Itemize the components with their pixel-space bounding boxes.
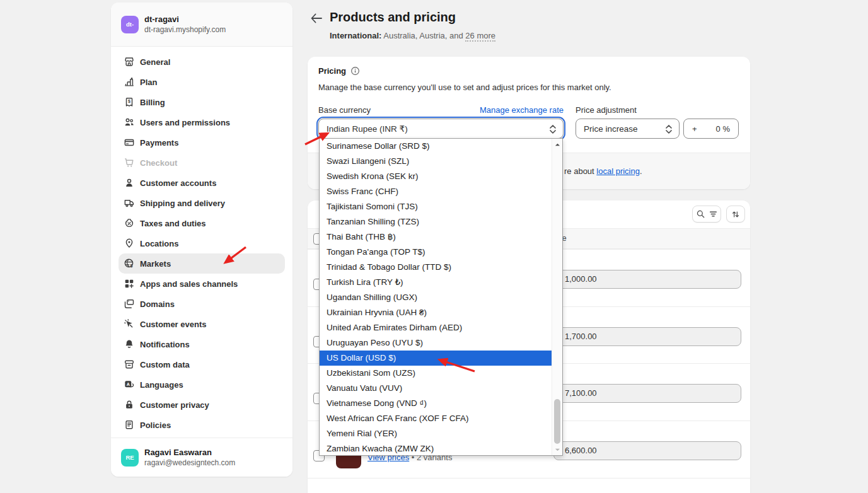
user-footer[interactable]: RE Ragavi Easwaran ragavi@wedesigntech.c… (111, 438, 292, 477)
sidebar-item-label: Domains (140, 299, 175, 309)
filter-icon (709, 210, 717, 218)
price-adjustment-label: Price adjustment (576, 105, 637, 115)
domains-icon (124, 298, 135, 310)
sidebar-item-notifications[interactable]: Notifications (119, 334, 285, 354)
sidebar-item-label: Taxes and duties (140, 219, 206, 228)
currency-option[interactable]: Swedish Krona (SEK kr) (320, 169, 552, 184)
back-button[interactable] (310, 13, 323, 23)
sidebar-item-languages[interactable]: ALanguages (119, 374, 285, 395)
currency-option[interactable]: West African CFA Franc (XOF F CFA) (320, 411, 552, 426)
currency-option[interactable]: Tanzanian Shilling (TZS) (320, 214, 552, 229)
svg-text:A: A (127, 381, 130, 387)
sort-button[interactable] (726, 206, 745, 223)
search-filter-button[interactable] (692, 206, 721, 223)
currency-option[interactable]: Turkish Lira (TRY ₺) (320, 275, 552, 290)
sidebar-item-custom-data[interactable]: Custom data (119, 354, 285, 374)
manage-exchange-rate-link[interactable]: Manage exchange rate (480, 105, 564, 115)
currency-option[interactable]: United Arab Emirates Dirham (AED) (320, 320, 552, 335)
market-countries: Australia, Austria, and (381, 31, 465, 40)
sidebar-item-users-and-permissions[interactable]: Users and permissions (119, 112, 285, 132)
scrollbar-thumb[interactable] (554, 399, 560, 444)
more-countries-link[interactable]: 26 more (465, 31, 495, 42)
local-pricing-link[interactable]: local pricing (596, 166, 640, 176)
store-icon (124, 56, 135, 67)
sidebar-item-label: Custom data (140, 360, 190, 369)
policy-icon (124, 419, 135, 431)
events-icon (124, 318, 135, 330)
sidebar-item-policies[interactable]: Policies (119, 415, 285, 435)
store-header[interactable]: dt- dt-ragavi dt-ragavi.myshopify.com (111, 3, 292, 47)
sidebar-item-label: Customer privacy (140, 400, 209, 410)
search-icon (696, 209, 705, 219)
currency-option[interactable]: Swiss Franc (CHF) (320, 184, 552, 199)
sidebar-item-customer-privacy[interactable]: Customer privacy (119, 395, 285, 415)
pin-icon (124, 238, 135, 249)
currency-option[interactable]: Zambian Kwacha (ZMW ZK) (320, 441, 552, 455)
sidebar-item-customer-events[interactable]: Customer events (119, 314, 285, 334)
pricing-description: Manage the base currency you'll use to s… (318, 83, 611, 92)
price-adjustment-type-select[interactable]: Price increase (576, 119, 680, 139)
currency-option[interactable]: Yemeni Rial (YER) (320, 426, 552, 441)
currency-option[interactable]: Uzbekistani Som (UZS) (320, 366, 552, 381)
currency-option[interactable]: Ugandan Shilling (UGX) (320, 290, 552, 305)
currency-option[interactable]: Surinamese Dollar (SRD $) (320, 139, 552, 154)
currency-option[interactable]: Tongan Pa'anga (TOP T$) (320, 245, 552, 260)
currency-option[interactable]: Vanuatu Vatu (VUV) (320, 381, 552, 396)
currency-option[interactable]: Tajikistani Somoni (TJS) (320, 199, 552, 214)
globe-icon: $ (124, 258, 135, 269)
sidebar-item-checkout[interactable]: Checkout (119, 153, 285, 173)
sidebar-item-label: Customer accounts (140, 178, 216, 188)
sidebar-item-markets[interactable]: $Markets (119, 253, 285, 274)
currency-option[interactable]: Thai Baht (THB ฿) (320, 229, 552, 245)
sidebar-item-domains[interactable]: Domains (119, 294, 285, 314)
dropdown-scrollbar[interactable] (552, 139, 562, 455)
sidebar-item-shipping-and-delivery[interactable]: Shipping and delivery (119, 193, 285, 213)
sidebar-item-customer-accounts[interactable]: Customer accounts (119, 173, 285, 193)
sidebar-item-label: General (140, 57, 170, 67)
payments-icon (124, 137, 135, 148)
tax-icon (124, 218, 135, 229)
price-adjustment-value-input[interactable]: + 0 % (683, 119, 739, 139)
store-name: dt-ragavi (144, 14, 226, 25)
currency-option[interactable]: Uruguayan Peso (UYU $) (320, 335, 552, 351)
sidebar-item-locations[interactable]: Locations (119, 233, 285, 253)
truck-icon (124, 197, 135, 209)
info-icon[interactable] (350, 66, 360, 76)
currency-option[interactable]: Trinidad & Tobago Dollar (TTD $) (320, 260, 552, 275)
data-icon (124, 359, 135, 370)
user-email: ragavi@wedesigntech.com (144, 458, 235, 468)
sidebar-item-general[interactable]: General (119, 52, 285, 72)
cart-icon (124, 157, 135, 168)
sidebar-item-apps-and-sales-channels[interactable]: Apps and sales channels (119, 274, 285, 294)
sidebar-item-plan[interactable]: Plan (119, 72, 285, 92)
sidebar-item-billing[interactable]: $Billing (119, 92, 285, 112)
footer-period: . (640, 166, 642, 176)
sidebar-item-label: Customer events (140, 320, 206, 329)
base-currency-value: Indian Rupee (INR ₹) (319, 124, 408, 134)
price-input[interactable]: 1,000.00 (553, 270, 741, 289)
sidebar-item-label: Checkout (140, 158, 177, 168)
currency-option[interactable]: Vietnamese Dong (VND ₫) (320, 396, 552, 411)
price-input[interactable]: 6,600.00 (553, 441, 741, 460)
user-avatar: RE (121, 449, 139, 467)
base-currency-select[interactable]: Indian Rupee (INR ₹) (318, 119, 564, 139)
sidebar-item-label: Policies (140, 420, 171, 430)
currency-option[interactable]: Swazi Lilangeni (SZL) (320, 154, 552, 169)
scroll-up-icon[interactable] (552, 139, 562, 149)
currency-option[interactable]: US Dollar (USD $) (320, 351, 552, 366)
scroll-down-icon[interactable] (552, 444, 562, 455)
sidebar-item-label: Shipping and delivery (140, 199, 225, 208)
sidebar-item-payments[interactable]: Payments (119, 132, 285, 153)
user-name: Ragavi Easwaran (144, 447, 235, 458)
price-input[interactable]: 7,100.00 (553, 384, 741, 403)
page-title: Products and pricing (330, 10, 456, 25)
pricing-card-title: Pricing (318, 66, 346, 76)
sidebar-item-label: Notifications (140, 340, 190, 349)
sidebar-item-taxes-and-duties[interactable]: Taxes and duties (119, 213, 285, 233)
price-input[interactable]: 1,700.00 (553, 327, 741, 346)
users-icon (124, 117, 135, 128)
base-currency-label: Base currency (318, 105, 371, 115)
adjustment-value: 0 % (716, 124, 730, 134)
currency-option[interactable]: Ukrainian Hryvnia (UAH ₴) (320, 305, 552, 320)
sidebar-item-label: Billing (140, 98, 165, 107)
